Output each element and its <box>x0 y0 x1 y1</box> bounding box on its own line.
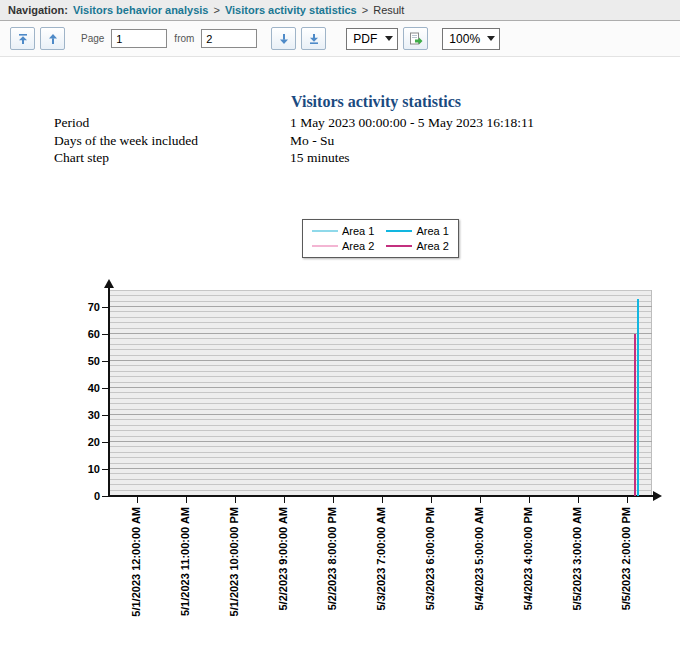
legend-label: Area 1 <box>342 225 374 237</box>
export-format-value: PDF <box>353 32 377 46</box>
from-label: from <box>174 33 194 44</box>
parameter-value: 15 minutes <box>290 149 350 167</box>
plot-area <box>110 290 652 496</box>
legend-line-swatch <box>386 230 412 232</box>
x-axis-tick-label: 5/1/2023 12:00:00 AM <box>129 507 144 617</box>
legend-line-swatch <box>312 245 338 247</box>
x-axis-tick <box>529 497 530 503</box>
parameter-row: Chart step15 minutes <box>54 149 680 167</box>
breadcrumb-prefix: Navigation: <box>8 4 68 16</box>
major-gridline <box>110 441 652 442</box>
x-axis-tick <box>431 497 432 503</box>
parameter-label: Days of the week included <box>54 132 290 150</box>
first-page-button[interactable] <box>10 27 35 50</box>
next-page-button[interactable] <box>271 27 296 50</box>
legend-item: Area 1 <box>386 225 448 237</box>
parameter-value: 1 May 2023 00:00:00 - 5 May 2023 16:18:1… <box>290 114 534 132</box>
y-axis-tick-label: 50 <box>62 354 100 368</box>
arrow-up-icon <box>47 33 59 45</box>
legend-item: Area 2 <box>386 240 448 252</box>
zoom-value: 100% <box>449 32 480 46</box>
legend-line-swatch <box>312 230 338 232</box>
chevron-down-icon <box>385 36 393 41</box>
x-axis-tick-label: 5/5/2023 3:00:00 AM <box>570 507 585 611</box>
y-axis-tick-label: 70 <box>62 300 100 314</box>
report-title: Visitors activity statistics <box>72 93 680 111</box>
x-axis-tick <box>137 497 138 503</box>
parameter-row: Days of the week includedMo - Su <box>54 132 680 150</box>
parameter-label: Period <box>54 114 290 132</box>
y-axis-tick <box>102 361 108 362</box>
legend-label: Area 2 <box>342 240 374 252</box>
x-axis-tick <box>382 497 383 503</box>
chart: 0102030405060705/1/2023 12:00:00 AM5/1/2… <box>0 280 680 664</box>
y-axis-tick <box>102 496 108 497</box>
x-axis-tick <box>627 497 628 503</box>
y-axis <box>108 288 110 497</box>
export-icon <box>409 32 423 46</box>
x-axis-tick-label: 5/3/2023 6:00:00 PM <box>423 507 438 610</box>
breadcrumb-link-visitors-behavior-analysis[interactable]: Visitors behavior analysis <box>73 4 209 16</box>
x-axis-tick-label: 5/1/2023 10:00:00 PM <box>227 507 242 616</box>
parameter-value: Mo - Su <box>290 132 334 150</box>
y-axis-tick <box>102 442 108 443</box>
x-axis-tick-label: 5/4/2023 4:00:00 PM <box>521 507 536 610</box>
arrow-up-bar-icon <box>17 33 29 45</box>
y-axis-tick-label: 20 <box>62 435 100 449</box>
y-axis-tick-label: 10 <box>62 462 100 476</box>
major-gridline <box>110 468 652 469</box>
legend-item: Area 1 <box>312 225 374 237</box>
breadcrumb-separator: > <box>213 4 219 16</box>
export-format-select[interactable]: PDF <box>346 28 398 50</box>
y-axis-arrow <box>104 279 114 288</box>
x-axis-tick <box>578 497 579 503</box>
x-axis-tick <box>186 497 187 503</box>
report-page: Visitors activity statistics Period1 May… <box>0 93 680 664</box>
page-label: Page <box>81 33 104 44</box>
y-axis-tick <box>102 307 108 308</box>
pages-total-input[interactable] <box>201 29 257 48</box>
x-axis-tick-label: 5/2/2023 8:00:00 PM <box>325 507 340 610</box>
previous-page-button[interactable] <box>40 27 65 50</box>
arrow-down-icon <box>278 33 290 45</box>
breadcrumb-link-visitors-activity-statistics[interactable]: Visitors activity statistics <box>225 4 357 16</box>
parameter-row: Period1 May 2023 00:00:00 - 5 May 2023 1… <box>54 114 680 132</box>
legend-line-swatch <box>386 245 412 247</box>
series-spike-area-2 <box>634 334 636 496</box>
legend-label: Area 1 <box>416 225 448 237</box>
x-axis <box>108 495 654 497</box>
parameter-label: Chart step <box>54 149 290 167</box>
y-axis-tick-label: 30 <box>62 408 100 422</box>
x-axis-tick <box>235 497 236 503</box>
chart-legend: Area 1Area 1Area 2Area 2 <box>302 219 459 258</box>
x-axis-tick <box>333 497 334 503</box>
breadcrumb-current: Result <box>373 4 404 16</box>
y-axis-tick <box>102 469 108 470</box>
arrow-down-bar-icon <box>308 33 320 45</box>
page-number-input[interactable] <box>111 29 167 48</box>
x-axis-tick-label: 5/3/2023 7:00:00 AM <box>374 507 389 611</box>
y-axis-tick <box>102 415 108 416</box>
major-gridline <box>110 414 652 415</box>
last-page-button[interactable] <box>301 27 326 50</box>
major-gridline <box>110 306 652 307</box>
major-gridline <box>110 333 652 334</box>
x-axis-tick <box>284 497 285 503</box>
legend-item: Area 2 <box>312 240 374 252</box>
y-axis-tick <box>102 334 108 335</box>
export-button[interactable] <box>403 27 428 50</box>
y-axis-tick <box>102 388 108 389</box>
series-spike-area-1 <box>637 299 639 496</box>
report-toolbar: Page from PDF 100% <box>0 21 680 57</box>
x-axis-tick-label: 5/4/2023 5:00:00 AM <box>472 507 487 611</box>
y-axis-tick-label: 60 <box>62 327 100 341</box>
y-axis-tick-label: 0 <box>62 489 100 503</box>
zoom-select[interactable]: 100% <box>442 28 500 50</box>
x-axis-tick-label: 5/2/2023 9:00:00 AM <box>276 507 291 611</box>
x-axis-tick-label: 5/5/2023 2:00:00 PM <box>619 507 634 610</box>
report-parameters: Period1 May 2023 00:00:00 - 5 May 2023 1… <box>54 114 680 167</box>
chevron-down-icon <box>487 36 495 41</box>
major-gridline <box>110 387 652 388</box>
breadcrumb-separator: > <box>362 4 368 16</box>
x-axis-tick <box>480 497 481 503</box>
